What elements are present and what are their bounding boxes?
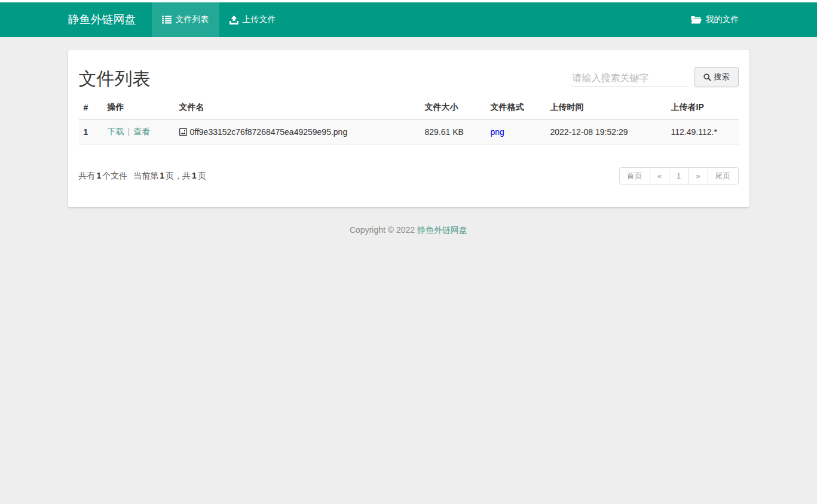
row-size: 829.61 KB xyxy=(420,120,486,145)
nav-item-label: 我的文件 xyxy=(706,14,739,25)
pagination-next-button[interactable]: » xyxy=(688,167,708,185)
file-table: # 操作 文件名 文件大小 文件格式 上传时间 上传者IP 1 下载|查看 xyxy=(79,96,739,145)
nav-item-label: 文件列表 xyxy=(176,14,209,25)
col-header-upload-time: 上传时间 xyxy=(546,96,666,120)
nav-item-label: 上传文件 xyxy=(243,14,276,25)
table-row: 1 下载|查看 xyxy=(79,120,739,145)
file-name: 0ff9e33152c76f87268475ea49259e95.png xyxy=(190,127,348,137)
copyright-footer: Copyright © 2022 静鱼外链网盘 xyxy=(68,225,749,236)
table-header-row: # 操作 文件名 文件大小 文件格式 上传时间 上传者IP xyxy=(79,96,739,120)
row-upload-time: 2022-12-08 19:52:29 xyxy=(546,120,666,145)
page-background: 文件列表 搜索 xyxy=(0,37,817,504)
col-header-format: 文件格式 xyxy=(486,96,546,120)
search-group: 搜索 xyxy=(571,67,739,88)
file-image-icon xyxy=(179,128,187,136)
row-index: 1 xyxy=(79,120,103,145)
col-header-uploader-ip: 上传者IP xyxy=(666,96,739,120)
col-header-index: # xyxy=(79,96,103,120)
total-pages-count: 1 xyxy=(191,171,198,180)
row-uploader-ip: 112.49.112.* xyxy=(666,120,739,145)
current-page-number: 1 xyxy=(158,171,166,180)
download-link[interactable]: 下载 xyxy=(108,127,124,136)
nav-item-file-list[interactable]: 文件列表 xyxy=(152,2,219,37)
pagination-last-button[interactable]: 尾页 xyxy=(708,167,739,185)
search-icon xyxy=(703,73,711,81)
col-header-size: 文件大小 xyxy=(420,96,486,120)
col-header-actions: 操作 xyxy=(103,96,175,120)
pagination-page-1-button[interactable]: 1 xyxy=(669,167,689,185)
pagination-first-button[interactable]: 首页 xyxy=(619,167,650,185)
folder-open-icon xyxy=(691,16,702,24)
footer-brand-link[interactable]: 静鱼外链网盘 xyxy=(417,225,467,235)
total-files-count: 1 xyxy=(96,171,103,180)
list-icon xyxy=(162,16,172,24)
nav-item-upload[interactable]: 上传文件 xyxy=(219,2,286,37)
pagination-prev-button[interactable]: « xyxy=(650,167,669,185)
search-button-label: 搜索 xyxy=(714,72,730,82)
row-filename-cell: 0ff9e33152c76f87268475ea49259e95.png xyxy=(175,120,420,145)
file-count-summary: 共有1个文件当前第1页，共1页 xyxy=(79,171,206,182)
format-link[interactable]: png xyxy=(491,127,504,137)
file-list-card: 文件列表 搜索 xyxy=(68,50,749,207)
search-input[interactable] xyxy=(571,70,689,87)
search-button[interactable]: 搜索 xyxy=(694,67,739,87)
upload-icon xyxy=(230,16,238,24)
brand-link[interactable]: 静鱼外链网盘 xyxy=(68,2,152,37)
action-separator: | xyxy=(128,127,130,136)
view-link[interactable]: 查看 xyxy=(133,127,150,136)
row-actions-cell: 下载|查看 xyxy=(103,120,175,145)
row-format-cell: png xyxy=(486,120,546,145)
page-title: 文件列表 xyxy=(79,69,151,88)
pagination: 首页 « 1 » 尾页 xyxy=(619,167,739,185)
copyright-text: Copyright © 2022 xyxy=(350,225,415,235)
navbar-container: 静鱼外链网盘 文件列表 xyxy=(68,2,749,37)
nav-item-my-files[interactable]: 我的文件 xyxy=(681,2,749,37)
navbar: 静鱼外链网盘 文件列表 xyxy=(0,2,817,37)
col-header-filename: 文件名 xyxy=(175,96,420,120)
